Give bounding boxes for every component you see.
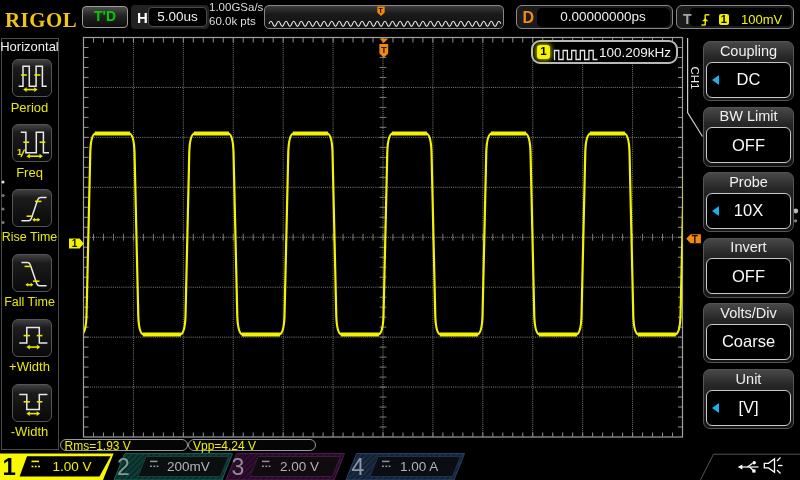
svg-text:T: T bbox=[381, 44, 387, 55]
svg-text:1: 1 bbox=[72, 238, 78, 249]
svg-text:T: T bbox=[692, 234, 698, 245]
svg-text:4: 4 bbox=[352, 454, 365, 480]
svg-text:CH1: CH1 bbox=[689, 67, 701, 90]
svg-text:2.00 V: 2.00 V bbox=[280, 459, 319, 474]
svg-text:1: 1 bbox=[3, 453, 16, 480]
svg-text:1.00 A: 1.00 A bbox=[400, 459, 438, 474]
svg-text:2: 2 bbox=[117, 454, 130, 480]
svg-text:3: 3 bbox=[232, 454, 245, 480]
svg-text:200mV: 200mV bbox=[167, 459, 210, 474]
svg-text:1.00 V: 1.00 V bbox=[53, 459, 92, 474]
